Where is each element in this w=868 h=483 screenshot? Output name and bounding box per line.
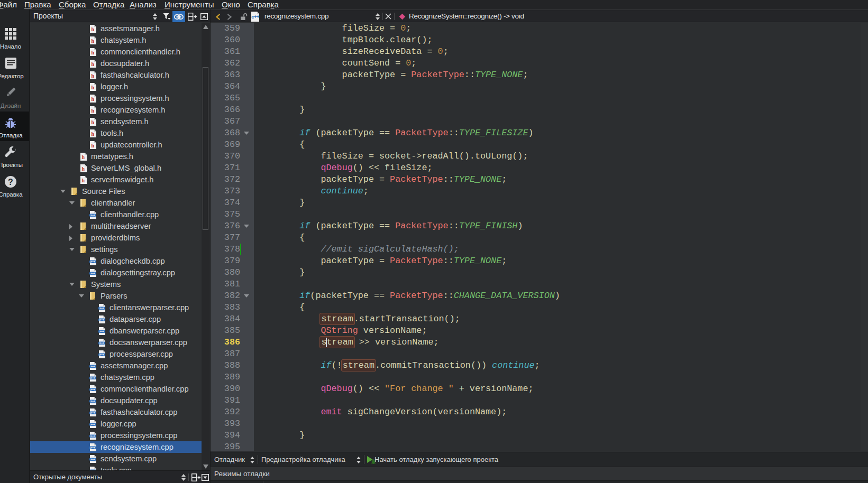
svg-text:h: h	[92, 119, 95, 125]
svg-text:?: ?	[8, 178, 13, 187]
svg-text:h: h	[92, 61, 95, 67]
svg-text:h: h	[82, 154, 85, 160]
svg-text:h: h	[82, 178, 85, 183]
svg-text:h: h	[82, 166, 85, 172]
svg-text:h: h	[92, 85, 95, 90]
svg-text:c++: c++	[251, 14, 260, 20]
svg-text:h: h	[92, 38, 95, 44]
svg-text:h: h	[92, 96, 95, 102]
svg-text:h: h	[92, 131, 95, 137]
svg-text:h: h	[92, 73, 95, 79]
svg-text:h: h	[92, 143, 95, 148]
svg-text:h: h	[92, 26, 95, 32]
svg-text:h: h	[92, 108, 95, 114]
svg-text:h: h	[92, 50, 95, 55]
